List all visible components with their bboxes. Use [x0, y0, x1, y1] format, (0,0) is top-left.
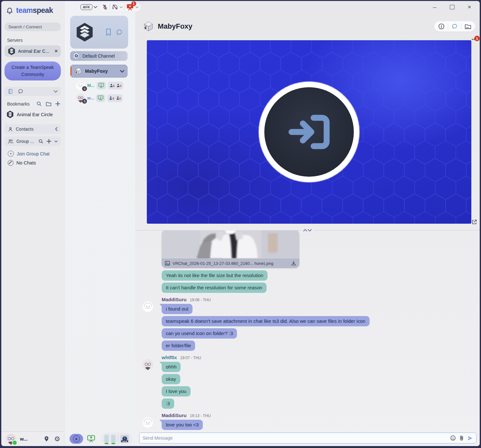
attachment-file-bar[interactable]: VRChat_2026-01-25_13-27-33.660_2160... h… — [162, 258, 299, 268]
search-icon[interactable] — [38, 139, 43, 144]
server-item[interactable]: Animal Ear C... × — [5, 45, 61, 57]
speaker-level-meter[interactable] — [111, 435, 116, 443]
avatar[interactable] — [5, 433, 17, 445]
chat-message[interactable]: can yo usend icon on folder? :3 — [162, 328, 237, 339]
server-group-badge: s — [109, 83, 115, 88]
server-banner[interactable] — [70, 16, 128, 49]
current-user-name: w... — [20, 436, 28, 442]
download-icon[interactable] — [291, 261, 296, 266]
chat-bubble-icon[interactable] — [451, 23, 458, 30]
mic-level-meter[interactable] — [104, 435, 109, 443]
channel-cube-icon — [75, 67, 82, 75]
author-name[interactable]: whtf0x — [162, 355, 177, 360]
microphone-muted-icon[interactable] — [102, 4, 108, 10]
channel-item-active[interactable]: MabyFoxy — [70, 65, 127, 78]
chat-message[interactable]: :3 — [162, 398, 174, 409]
close-button[interactable]: × — [465, 3, 474, 11]
chevron-down-icon[interactable] — [120, 70, 124, 73]
location-pin-icon[interactable] — [44, 436, 49, 442]
mic-muted-badge-icon — [82, 86, 87, 91]
author-name[interactable]: MaddiSuru — [162, 413, 187, 418]
attachment-card[interactable]: VRChat_2026-01-25_13-27-33.660_2160... h… — [162, 230, 299, 268]
connection-info-icon[interactable] — [120, 435, 129, 443]
chat-bubble-icon[interactable] — [116, 28, 123, 36]
message-group: MaddiSuru 19:13 - THU love you too <3 — [135, 413, 480, 430]
divider — [124, 4, 125, 10]
chat-message[interactable]: i found out — [162, 304, 193, 314]
notification-badge: 1 — [474, 36, 480, 41]
channel-item-default[interactable]: Default Channel — [70, 51, 127, 61]
user-group-badges: s c — [108, 82, 123, 89]
author-name[interactable]: MaddiSuru — [162, 297, 187, 302]
bookmark-item[interactable]: Animal Ear Circle — [6, 110, 64, 118]
channel-user-row[interactable]: M... s c — [76, 81, 135, 90]
chat-message[interactable]: Yeah its not like the file size but the … — [162, 270, 268, 281]
avatar[interactable] — [142, 301, 153, 312]
people-icon — [8, 139, 14, 144]
chat-message[interactable]: ohhh — [162, 362, 181, 372]
join-group-chat-button[interactable]: + Join Group Chat — [8, 151, 64, 157]
badge-letter: c — [120, 84, 122, 88]
chevron-left-icon[interactable] — [55, 127, 58, 131]
channel-cube-icon — [73, 52, 80, 60]
avatar[interactable] — [142, 359, 153, 370]
headphones-muted-icon[interactable] — [112, 4, 118, 10]
info-icon[interactable] — [438, 23, 445, 30]
maximize-button[interactable] — [448, 3, 457, 11]
add-group-icon[interactable] — [47, 139, 51, 144]
add-bookmark-icon[interactable] — [55, 101, 60, 106]
chat-message[interactable]: It can't handle the resolution for some … — [162, 283, 267, 293]
create-community-button[interactable]: Create a TeamSpeak Community — [5, 61, 61, 80]
screenshare-viewport[interactable] — [147, 40, 471, 224]
add-channel-button[interactable]: + — [70, 434, 83, 444]
message-composer[interactable]: Send Message — [139, 433, 476, 443]
chat-message[interactable]: love you too <3 — [162, 420, 203, 430]
composer-placeholder[interactable]: Send Message — [143, 435, 447, 441]
app-window: – × AFK 1 — [1, 1, 480, 446]
chat-message[interactable]: teamspeak 6 doesn't save attachment in c… — [162, 316, 370, 326]
screenshare-menu[interactable]: 1 ••• — [469, 38, 479, 41]
user-screenshare-indicator[interactable] — [96, 94, 105, 102]
avatar[interactable] — [142, 417, 153, 428]
channel-user-row[interactable]: w... s c — [76, 93, 135, 103]
settings-gear-icon[interactable]: ⚙ — [54, 435, 60, 442]
channel-name: MabyFoxy — [85, 69, 108, 74]
chat-message[interactable]: okay — [162, 374, 180, 384]
chat-history[interactable]: VRChat_2026-01-25_13-27-33.660_2160... h… — [135, 230, 480, 431]
send-icon[interactable] — [467, 435, 473, 441]
minimize-button[interactable]: – — [430, 3, 439, 11]
screenshare-badge: 1 — [131, 1, 136, 6]
chevron-down-icon[interactable] — [94, 6, 97, 8]
emoji-icon[interactable] — [450, 435, 456, 441]
search-icon[interactable] — [36, 101, 42, 107]
bell-icon[interactable] — [6, 7, 14, 14]
present-screen-icon[interactable] — [87, 435, 95, 443]
divider — [118, 436, 118, 442]
screenshare-active-icon[interactable]: 1 — [126, 4, 134, 11]
bookmark-icon[interactable] — [105, 28, 112, 36]
chat-message[interactable]: I love you — [162, 386, 191, 397]
bookmarks-label: Bookmarks — [7, 101, 30, 107]
channel-panel: Default Channel MabyFoxy M... s c — [64, 1, 135, 446]
contacts-section[interactable]: Contacts — [5, 124, 61, 134]
chat-message[interactable]: er folder/file — [162, 341, 195, 351]
folder-icon[interactable] — [46, 101, 52, 107]
chat-bubble-icon[interactable] — [18, 89, 24, 94]
chevron-down-icon[interactable] — [120, 6, 123, 8]
user-screenshare-indicator[interactable] — [97, 82, 106, 89]
logo-text: teamspeak — [16, 6, 53, 15]
server-close-icon[interactable]: × — [55, 48, 58, 54]
chevron-down-icon[interactable] — [136, 6, 138, 8]
message-group: VRChat_2026-01-25_13-27-33.660_2160... h… — [135, 230, 480, 293]
search-connect-button[interactable]: Search / Connect — [5, 23, 61, 31]
book-icon[interactable] — [8, 89, 13, 94]
afk-button[interactable]: AFK — [80, 4, 97, 10]
group-chats-section[interactable]: Group ... — [5, 136, 61, 146]
chevron-down-icon[interactable] — [54, 90, 58, 93]
file-browser-icon[interactable] — [465, 23, 471, 30]
mic-muted-badge-icon — [82, 99, 87, 104]
attach-paperclip-icon[interactable] — [459, 435, 464, 441]
chevron-down-icon[interactable] — [54, 140, 58, 143]
popout-icon[interactable] — [472, 219, 477, 225]
user-name: w... — [87, 96, 94, 100]
